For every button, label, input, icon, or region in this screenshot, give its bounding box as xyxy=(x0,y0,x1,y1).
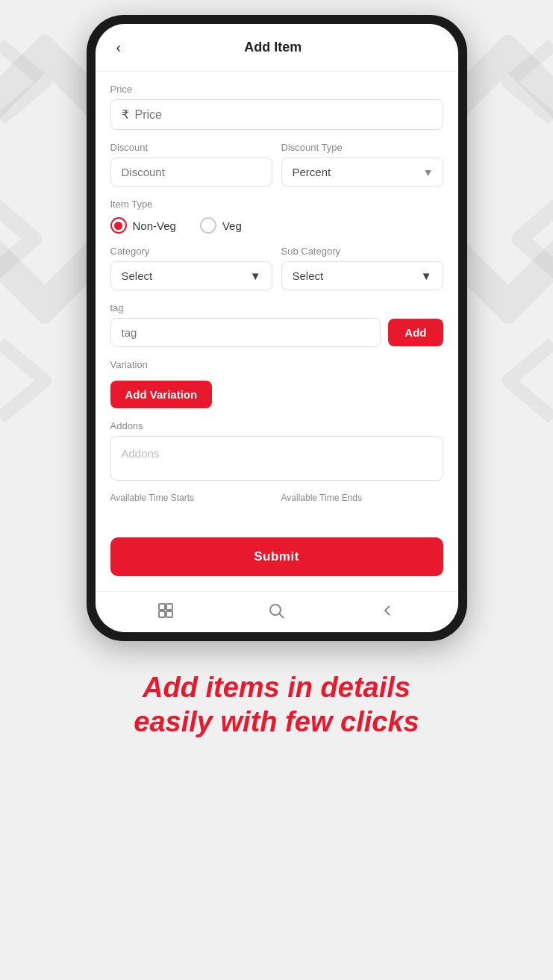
page-title: Add Item xyxy=(127,40,419,55)
discount-type-label: Discount Type xyxy=(281,142,443,153)
form-body: Price ₹ Discount Discount Type Percent xyxy=(96,72,458,530)
item-type-radio-group: Non-Veg Veg xyxy=(110,217,443,234)
addons-label: Addons xyxy=(110,420,443,431)
add-variation-button[interactable]: Add Variation xyxy=(110,381,213,408)
category-label: Category xyxy=(110,246,272,257)
addons-placeholder: Addons xyxy=(122,447,160,460)
sub-category-col: Sub Category Select ▼ xyxy=(281,246,443,290)
variation-label: Variation xyxy=(110,359,443,370)
svg-rect-3 xyxy=(166,611,172,617)
non-veg-radio[interactable] xyxy=(110,217,127,234)
svg-rect-0 xyxy=(159,604,165,610)
veg-label: Veg xyxy=(222,219,242,232)
tagline: Add items in details easily with few cli… xyxy=(134,671,419,739)
discount-input[interactable] xyxy=(110,157,272,187)
discount-type-select[interactable]: Percent Fixed xyxy=(282,158,443,186)
tag-input[interactable] xyxy=(110,318,381,347)
category-row: Category Select ▼ Sub Category Select ▼ xyxy=(110,246,443,290)
category-dropdown[interactable]: Select ▼ xyxy=(110,261,272,290)
non-veg-label: Non-Veg xyxy=(133,219,176,232)
svg-point-4 xyxy=(270,605,281,615)
addons-section: Addons Addons xyxy=(110,420,443,481)
tag-row: Add xyxy=(110,318,443,347)
nav-search-icon[interactable] xyxy=(266,601,286,620)
time-ends-section: Available Time Ends xyxy=(281,493,443,506)
price-section: Price ₹ xyxy=(110,84,443,130)
discount-type-section: Discount Type Percent Fixed ▼ xyxy=(281,142,443,187)
available-time-row: Available Time Starts Available Time End… xyxy=(110,493,443,506)
price-label: Price xyxy=(110,84,443,95)
rupee-icon: ₹ xyxy=(122,107,129,122)
tag-label: tag xyxy=(110,302,443,313)
phone-screen: ‹ Add Item Price ₹ Discount D xyxy=(96,24,458,632)
category-arrow-icon: ▼ xyxy=(250,269,261,282)
time-starts-section: Available Time Starts xyxy=(110,493,272,506)
nav-home-icon[interactable] xyxy=(156,601,175,620)
discount-row: Discount Discount Type Percent Fixed ▼ xyxy=(110,142,443,187)
discount-section: Discount xyxy=(110,142,272,187)
sub-category-arrow-icon: ▼ xyxy=(421,269,432,282)
nav-back-icon[interactable] xyxy=(378,601,397,620)
time-starts-label: Available Time Starts xyxy=(110,493,272,503)
price-field-wrapper: ₹ xyxy=(110,99,443,130)
sub-category-value: Select xyxy=(293,269,324,282)
discount-label: Discount xyxy=(110,142,272,153)
time-ends-label: Available Time Ends xyxy=(281,493,443,503)
submit-button[interactable]: Submit xyxy=(110,537,443,576)
bottom-text-section: Add items in details easily with few cli… xyxy=(104,641,449,769)
variation-section: Variation Add Variation xyxy=(110,359,443,408)
category-section: Category Select ▼ Sub Category Select ▼ xyxy=(110,246,443,290)
category-value: Select xyxy=(122,269,153,282)
item-type-label: Item Type xyxy=(110,199,443,210)
veg-option[interactable]: Veg xyxy=(200,217,242,234)
discount-type-wrapper: Percent Fixed ▼ xyxy=(281,157,443,187)
app-header: ‹ Add Item xyxy=(96,24,458,72)
item-type-section: Item Type Non-Veg Veg xyxy=(110,199,443,234)
back-button[interactable]: ‹ xyxy=(110,36,128,59)
sub-category-dropdown[interactable]: Select ▼ xyxy=(281,261,443,290)
price-input[interactable] xyxy=(135,108,432,122)
addons-input[interactable]: Addons xyxy=(110,436,443,481)
add-tag-button[interactable]: Add xyxy=(388,319,443,346)
phone-mockup: ‹ Add Item Price ₹ Discount D xyxy=(87,15,467,641)
svg-line-5 xyxy=(280,614,284,619)
tagline-line1: Add items in details xyxy=(143,672,410,703)
tag-section: tag Add xyxy=(110,302,443,347)
sub-category-label: Sub Category xyxy=(281,246,443,257)
non-veg-option[interactable]: Non-Veg xyxy=(110,217,176,234)
veg-radio[interactable] xyxy=(200,217,216,234)
bottom-nav xyxy=(96,591,458,632)
svg-rect-2 xyxy=(159,611,165,617)
category-col: Category Select ▼ xyxy=(110,246,272,290)
submit-section: Submit xyxy=(96,530,458,591)
tagline-line2: easily with few clicks xyxy=(134,706,419,737)
svg-rect-1 xyxy=(166,604,172,610)
